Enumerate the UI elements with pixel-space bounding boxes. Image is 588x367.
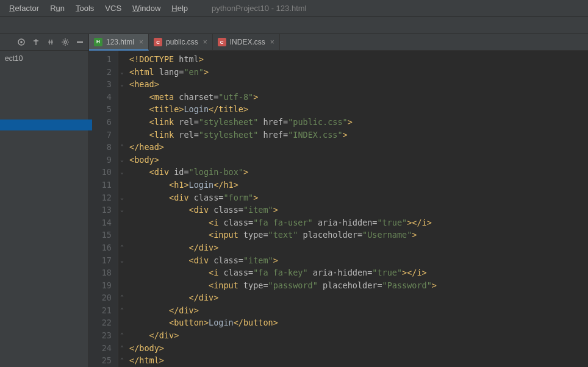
svg-rect-3 bbox=[77, 41, 83, 43]
code-line[interactable]: <div class="form"> bbox=[129, 191, 588, 204]
fold-mark[interactable] bbox=[118, 116, 126, 129]
code-line[interactable]: <head> bbox=[129, 78, 588, 91]
fold-mark[interactable] bbox=[118, 103, 126, 116]
fold-mark[interactable]: ⌄ bbox=[118, 191, 126, 204]
gutter: 1234567891011121314151617181920212223242… bbox=[89, 51, 118, 367]
css-file-icon: C bbox=[154, 38, 162, 46]
line-number: 19 bbox=[89, 279, 112, 292]
fold-mark[interactable] bbox=[118, 53, 126, 66]
fold-mark[interactable]: ⌃ bbox=[118, 342, 126, 355]
project-sidebar: ect10 bbox=[0, 34, 89, 367]
line-number: 13 bbox=[89, 204, 112, 216]
project-tree[interactable]: ect10 bbox=[0, 51, 88, 66]
fold-mark[interactable] bbox=[118, 129, 126, 141]
code-line[interactable]: <!DOCTYPE html> bbox=[129, 53, 588, 66]
menu-run[interactable]: Run bbox=[45, 1, 70, 15]
css-file-icon: C bbox=[218, 38, 226, 46]
tab-label: INDEX.css bbox=[230, 38, 265, 46]
tab-INDEX-css[interactable]: CINDEX.css× bbox=[213, 34, 280, 50]
main-toolbar bbox=[0, 17, 588, 34]
fold-mark[interactable]: ⌄ bbox=[118, 166, 126, 179]
code-line[interactable]: <link rel="stylesheet" href="INDEX.css"> bbox=[129, 129, 588, 141]
fold-mark[interactable]: ⌃ bbox=[118, 141, 126, 154]
target-icon[interactable] bbox=[16, 37, 26, 47]
code-line[interactable]: </div> bbox=[129, 291, 588, 304]
line-number: 9 bbox=[89, 154, 112, 166]
line-number: 15 bbox=[89, 229, 112, 241]
fold-mark[interactable]: ⌄ bbox=[118, 254, 126, 267]
fold-mark[interactable] bbox=[118, 216, 126, 229]
fold-mark[interactable] bbox=[118, 229, 126, 241]
line-number: 24 bbox=[89, 342, 112, 355]
close-icon[interactable]: × bbox=[202, 38, 207, 46]
line-number: 21 bbox=[89, 304, 112, 317]
editor-area: H123.html×Cpublic.css×CINDEX.css× 123456… bbox=[89, 34, 588, 367]
line-number: 7 bbox=[89, 129, 112, 141]
code-line[interactable]: <div class="item"> bbox=[129, 204, 588, 216]
code-line[interactable]: </div> bbox=[129, 241, 588, 254]
code-line[interactable]: <html lang="en"> bbox=[129, 66, 588, 79]
code-editor[interactable]: 1234567891011121314151617181920212223242… bbox=[89, 51, 588, 367]
line-number: 16 bbox=[89, 241, 112, 254]
menu-help[interactable]: Help bbox=[166, 1, 193, 15]
code-line[interactable]: <link rel="stylesheet" href="public.css"… bbox=[129, 116, 588, 129]
fold-mark[interactable]: ⌄ bbox=[118, 66, 126, 79]
line-number: 17 bbox=[89, 254, 112, 267]
close-icon[interactable]: × bbox=[269, 38, 274, 46]
tree-item-selected[interactable] bbox=[0, 119, 92, 130]
code-line[interactable]: </html> bbox=[129, 354, 588, 367]
code-line[interactable]: <meta charset="utf-8"> bbox=[129, 91, 588, 104]
fold-mark[interactable]: ⌄ bbox=[118, 78, 126, 91]
gear-icon[interactable] bbox=[60, 37, 70, 47]
code-content[interactable]: <!DOCTYPE html><html lang="en"><head> <m… bbox=[126, 51, 588, 367]
fold-mark[interactable] bbox=[118, 279, 126, 292]
close-icon[interactable]: × bbox=[138, 38, 143, 46]
fold-mark[interactable]: ⌃ bbox=[118, 304, 126, 317]
line-number: 5 bbox=[89, 103, 112, 116]
fold-mark[interactable] bbox=[118, 179, 126, 191]
code-line[interactable]: </head> bbox=[129, 141, 588, 154]
code-line[interactable]: <div id="login-box"> bbox=[129, 166, 588, 179]
code-line[interactable]: <input type="password" placeholder="Pass… bbox=[129, 279, 588, 292]
line-number: 22 bbox=[89, 316, 112, 329]
menu-refactor[interactable]: Refactor bbox=[4, 1, 45, 15]
tab-public-css[interactable]: Cpublic.css× bbox=[149, 34, 213, 50]
code-line[interactable]: <div class="item"> bbox=[129, 254, 588, 267]
collapse-icon[interactable] bbox=[46, 37, 56, 47]
tree-item[interactable]: ect10 bbox=[4, 53, 85, 64]
fold-mark[interactable]: ⌃ bbox=[118, 329, 126, 342]
minimize-icon[interactable] bbox=[75, 37, 85, 47]
code-line[interactable]: </div> bbox=[129, 329, 588, 342]
fold-column[interactable]: ⌄⌄⌃⌄⌄⌄⌄⌃⌄⌃⌃⌃⌃⌃ bbox=[118, 51, 126, 367]
tab-label: public.css bbox=[166, 38, 198, 46]
code-line[interactable]: <input type="text" placeholder="Username… bbox=[129, 229, 588, 241]
fold-mark[interactable] bbox=[118, 266, 126, 279]
menu-vcs[interactable]: VCS bbox=[99, 1, 127, 15]
code-line[interactable]: <button>Login</button> bbox=[129, 316, 588, 329]
menu-tools[interactable]: Tools bbox=[70, 1, 99, 15]
code-line[interactable]: <h1>Login</h1> bbox=[129, 179, 588, 191]
menu-window[interactable]: Window bbox=[127, 1, 166, 15]
line-number: 23 bbox=[89, 329, 112, 342]
fold-mark[interactable]: ⌃ bbox=[118, 354, 126, 367]
code-line[interactable]: <body> bbox=[129, 154, 588, 166]
code-line[interactable]: <i class="fa fa-user" aria-hidden="true"… bbox=[129, 216, 588, 229]
code-line[interactable]: </body> bbox=[129, 342, 588, 355]
line-number: 3 bbox=[89, 78, 112, 91]
code-line[interactable]: <i class="fa fa-key" aria-hidden="true">… bbox=[129, 266, 588, 279]
line-number: 6 bbox=[89, 116, 112, 129]
fold-mark[interactable]: ⌃ bbox=[118, 291, 126, 304]
fold-mark[interactable]: ⌄ bbox=[118, 154, 126, 166]
editor-tabs: H123.html×Cpublic.css×CINDEX.css× bbox=[89, 34, 588, 51]
svg-point-2 bbox=[64, 41, 66, 43]
code-line[interactable]: <title>Login</title> bbox=[129, 103, 588, 116]
fold-mark[interactable]: ⌄ bbox=[118, 204, 126, 216]
line-number: 14 bbox=[89, 216, 112, 229]
fold-mark[interactable]: ⌃ bbox=[118, 241, 126, 254]
fold-mark[interactable] bbox=[118, 316, 126, 329]
code-line[interactable]: </div> bbox=[129, 304, 588, 317]
tab-123-html[interactable]: H123.html× bbox=[89, 34, 149, 51]
line-number: 11 bbox=[89, 179, 112, 191]
fold-mark[interactable] bbox=[118, 91, 126, 104]
expand-icon[interactable] bbox=[31, 37, 41, 47]
